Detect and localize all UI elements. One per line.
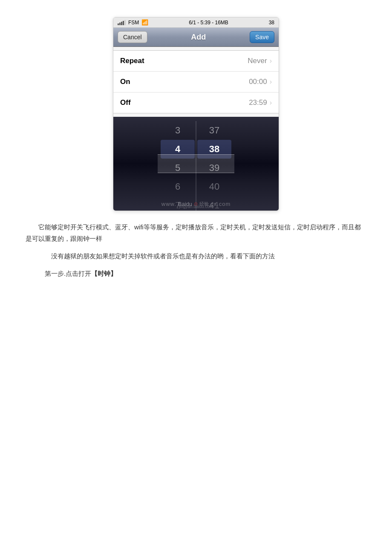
repeat-row[interactable]: Repeat Never › xyxy=(113,51,279,72)
picker-cell: 3 xyxy=(161,121,195,140)
off-row[interactable]: Off 23:59 › xyxy=(113,92,279,113)
article-para-1-text: 它能够定时开关飞行模式、蓝牙、wifi等等服务，定时播放音乐，定时关机，定时发送… xyxy=(26,223,361,242)
status-bar: FSM 📶 6/1 - 5:39 - 16MB 38 xyxy=(113,17,279,28)
cancel-button[interactable]: Cancel xyxy=(118,31,147,43)
on-value-wrapper: 00:00 › xyxy=(249,78,272,86)
off-label: Off xyxy=(120,98,131,107)
step-1-line: 第一步.点击打开【时钟】 xyxy=(26,268,366,279)
article-para-2: 没有越狱的朋友如果想定时关掉软件或者音乐也是有办法的哟，看看下面的方法 xyxy=(26,250,366,262)
picker-cell: 37 xyxy=(197,121,231,140)
on-chevron-icon: › xyxy=(270,78,272,86)
repeat-value-wrapper: Never › xyxy=(248,57,272,65)
picker-cell: 5 xyxy=(161,159,195,177)
picker-cell: 6 xyxy=(161,177,195,196)
signal-icon xyxy=(118,20,126,25)
on-label: On xyxy=(120,78,130,86)
picker-cell-selected: 38 xyxy=(197,140,231,159)
picker-cell: 39 xyxy=(197,159,231,177)
picker-left-column[interactable]: 3 4 5 6 7 xyxy=(161,121,195,211)
watermark-domain-text: jingyan.baidu.com xyxy=(179,204,213,209)
picker-container: 3 4 5 6 7 37 38 39 40 41 xyxy=(113,121,279,211)
phone-screenshot: FSM 📶 6/1 - 5:39 - 16MB 38 Cancel Add Sa… xyxy=(113,17,279,211)
settings-section: Repeat Never › On 00:00 › Off xyxy=(113,47,279,117)
repeat-label: Repeat xyxy=(120,57,144,65)
off-value: 23:59 xyxy=(249,98,267,107)
wifi-icon: 📶 xyxy=(141,19,148,26)
step-1-prefix: 第一步.点击打开 xyxy=(45,270,91,277)
repeat-chevron-icon: › xyxy=(270,57,272,65)
picker-divider xyxy=(196,121,196,211)
off-chevron-icon: › xyxy=(270,99,272,107)
carrier-label: FSM xyxy=(128,20,139,26)
article-para-1: 它能够定时开关飞行模式、蓝牙、wifi等等服务，定时播放音乐，定时关机，定时发送… xyxy=(26,221,366,244)
on-row[interactable]: On 00:00 › xyxy=(113,72,279,92)
step-1-bracket: 【时钟】 xyxy=(91,270,117,277)
nav-title: Add xyxy=(191,33,206,42)
watermark-domain: jingyan.baidu.com xyxy=(113,202,279,210)
picker-area[interactable]: 3 4 5 6 7 37 38 39 40 41 xyxy=(113,117,279,211)
picker-cell: 40 xyxy=(197,177,231,196)
article-para-2-text: 没有越狱的朋友如果想定时关掉软件或者音乐也是有办法的哟，看看下面的方法 xyxy=(51,252,275,260)
picker-right-column[interactable]: 37 38 39 40 41 xyxy=(197,121,231,211)
save-button[interactable]: Save xyxy=(250,31,274,43)
repeat-value: Never xyxy=(248,57,267,65)
picker-cell-selected: 4 xyxy=(161,140,195,159)
off-value-wrapper: 23:59 › xyxy=(249,98,272,107)
page-wrapper: FSM 📶 6/1 - 5:39 - 16MB 38 Cancel Add Sa… xyxy=(0,0,392,555)
status-left: FSM 📶 xyxy=(118,19,148,26)
nav-bar: Cancel Add Save xyxy=(113,28,279,47)
on-value: 00:00 xyxy=(249,78,267,86)
settings-list: Repeat Never › On 00:00 › Off xyxy=(113,50,279,113)
datetime-label: 6/1 - 5:39 - 16MB xyxy=(189,20,228,26)
article-body: 它能够定时开关飞行模式、蓝牙、wifi等等服务，定时播放音乐，定时关机，定时发送… xyxy=(9,221,383,279)
battery-label: 38 xyxy=(269,20,274,26)
